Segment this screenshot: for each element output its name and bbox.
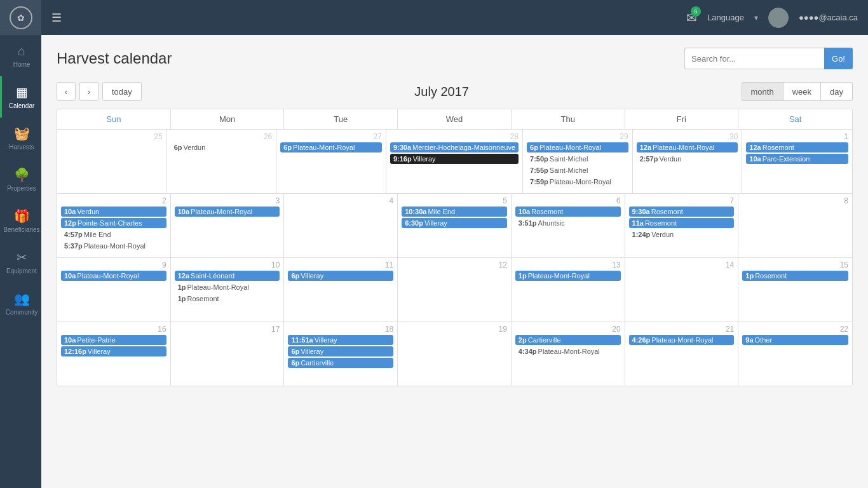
calendar-event[interactable]: 9:16pVilleray (390, 154, 519, 164)
day-28[interactable]: 289:30aMercier-Hochelaga-Maisonneuve9:16… (386, 130, 523, 193)
day-11[interactable]: 116pVilleray (284, 258, 398, 322)
calendar-event[interactable]: 10aParc-Extension (746, 154, 848, 164)
calendar-event[interactable]: 6pVerdun (171, 142, 273, 152)
view-month-button[interactable]: month (742, 82, 783, 101)
calendar-event[interactable]: 10aRosemont (515, 207, 621, 217)
day-21[interactable]: 214:26pPlateau-Mont-Royal (625, 322, 739, 386)
calendar-event[interactable]: 12aPlateau-Mont-Royal (637, 142, 738, 152)
calendar-event[interactable]: 6pVilleray (288, 271, 393, 281)
sidebar-item-home[interactable]: ⌂Home (0, 35, 41, 76)
view-week-button[interactable]: week (783, 82, 821, 101)
calendar-event[interactable]: 6pCartierville (288, 358, 393, 368)
day-13[interactable]: 131pPlateau-Mont-Royal (512, 258, 625, 322)
sidebar-label-beneficiaries: Beneficiaries (3, 226, 39, 233)
calendar-event[interactable]: 9aOther (742, 335, 848, 345)
day-14[interactable]: 14 (625, 258, 739, 322)
sidebar-item-community[interactable]: 👥Community (0, 283, 41, 324)
day-16[interactable]: 1610aPetite-Patrie12:16pVilleray (57, 322, 171, 386)
sidebar-item-beneficiaries[interactable]: 🎁Beneficiaries (0, 200, 41, 241)
calendar-event[interactable]: 12aSaint-Léonard (175, 271, 280, 281)
view-day-button[interactable]: day (820, 82, 853, 101)
calendar-event[interactable]: 4:34pPlateau-Mont-Royal (515, 346, 621, 356)
day-5[interactable]: 510:30aMile End6:30pVilleray (398, 194, 512, 257)
calendar-event[interactable]: 10aPetite-Patrie (61, 335, 166, 345)
day-20[interactable]: 202pCartierville4:34pPlateau-Mont-Royal (512, 322, 625, 386)
app-logo[interactable]: ✿ (0, 0, 41, 35)
calendar-event[interactable]: 7:55pSaint-Michel (527, 165, 628, 175)
calendar-event[interactable]: 1pRosemont (742, 271, 848, 281)
next-button[interactable]: › (79, 82, 98, 101)
search-input[interactable] (684, 48, 824, 69)
day-22[interactable]: 229aOther (738, 322, 852, 386)
day-6[interactable]: 610aRosemont3:51pAhuntsic (512, 194, 625, 257)
event-time: 5:37p (64, 242, 83, 250)
sidebar-item-properties[interactable]: 🌳Properties (0, 159, 41, 200)
day-25[interactable]: 25 (57, 130, 167, 193)
day-number: 7 (629, 196, 735, 205)
day-27[interactable]: 276pPlateau-Mont-Royal (276, 130, 386, 193)
sidebar-item-calendar[interactable]: ▦Calendar (0, 76, 41, 118)
day-7[interactable]: 79:30aRosemont11aRosemont1:24pVerdun (625, 194, 739, 257)
calendar-event[interactable]: 1pPlateau-Mont-Royal (175, 282, 280, 292)
header-fri: Fri (625, 109, 739, 129)
calendar-nav: ‹ › today (57, 82, 142, 101)
day-26[interactable]: 266pVerdun (167, 130, 277, 193)
search-button[interactable]: Go! (824, 48, 853, 69)
today-button[interactable]: today (102, 82, 142, 101)
calendar-event[interactable]: 2:57pVerdun (637, 154, 738, 164)
calendar-event[interactable]: 2pCartierville (515, 335, 621, 345)
day-3[interactable]: 310aPlateau-Mont-Royal (171, 194, 285, 257)
calendar-event[interactable]: 1:24pVerdun (629, 229, 735, 240)
day-30[interactable]: 3012aPlateau-Mont-Royal2:57pVerdun (633, 130, 743, 193)
event-time: 1p (745, 272, 754, 280)
day-number: 14 (629, 261, 735, 269)
day-17[interactable]: 17 (171, 322, 285, 386)
community-icon: 👥 (14, 291, 30, 306)
day-2[interactable]: 210aVerdun12pPointe-Saint-Charles4:57pMi… (57, 194, 171, 257)
day-19[interactable]: 19 (398, 322, 512, 386)
calendar-event[interactable]: 7:59pPlateau-Mont-Royal (527, 177, 628, 187)
calendar-event[interactable]: 4:26pPlateau-Mont-Royal (629, 335, 735, 345)
day-12[interactable]: 12 (398, 258, 512, 322)
day-number: 11 (288, 261, 393, 269)
calendar-event[interactable]: 10aVerdun (61, 207, 166, 217)
event-time: 10a (64, 208, 76, 215)
calendar-event[interactable]: 6pVilleray (288, 346, 393, 356)
event-label: Saint-Michel (550, 166, 588, 174)
page-title: Harvest calendar (57, 50, 172, 67)
day-15[interactable]: 151pRosemont (738, 258, 852, 322)
day-29[interactable]: 296pPlateau-Mont-Royal7:50pSaint-Michel7… (523, 130, 633, 193)
calendar-event[interactable]: 11:51aVilleray (288, 335, 393, 345)
day-10[interactable]: 1012aSaint-Léonard1pPlateau-Mont-Royal1p… (171, 258, 285, 322)
calendar-event[interactable]: 12pPointe-Saint-Charles (61, 218, 166, 228)
sidebar-item-equipment[interactable]: ✂Equipment (0, 241, 41, 283)
calendar-event[interactable]: 12:16pVilleray (61, 346, 166, 356)
menu-icon[interactable]: ☰ (51, 11, 62, 25)
language-button[interactable]: Language (707, 13, 744, 22)
calendar-event[interactable]: 10aPlateau-Mont-Royal (175, 207, 280, 217)
calendar-event[interactable]: 6pPlateau-Mont-Royal (280, 142, 382, 152)
calendar-event[interactable]: 9:30aRosemont (629, 207, 735, 217)
calendar-event[interactable]: 7:50pSaint-Michel (527, 154, 628, 164)
calendar-event[interactable]: 11aRosemont (629, 218, 735, 228)
day-8[interactable]: 8 (738, 194, 852, 257)
calendar-event[interactable]: 6:30pVilleray (402, 218, 507, 228)
notifications-icon[interactable]: ✉ 6 (686, 10, 697, 25)
calendar-event[interactable]: 10aPlateau-Mont-Royal (61, 271, 166, 281)
calendar-event[interactable]: 1pPlateau-Mont-Royal (515, 271, 621, 281)
day-1[interactable]: 112aRosemont10aParc-Extension (742, 130, 852, 193)
day-9[interactable]: 910aPlateau-Mont-Royal (57, 258, 171, 322)
prev-button[interactable]: ‹ (57, 82, 76, 101)
calendar-event[interactable]: 12aRosemont (746, 142, 848, 152)
calendar-event[interactable]: 6pPlateau-Mont-Royal (527, 142, 628, 152)
calendar-event[interactable]: 4:57pMile End (61, 229, 166, 240)
day-18[interactable]: 1811:51aVilleray6pVilleray6pCartierville (284, 322, 398, 386)
avatar[interactable] (768, 8, 789, 28)
calendar-event[interactable]: 5:37pPlateau-Mont-Royal (61, 241, 166, 251)
calendar-event[interactable]: 1pRosemont (175, 294, 280, 304)
calendar-event[interactable]: 9:30aMercier-Hochelaga-Maisonneuve (390, 142, 519, 152)
sidebar-item-harvests[interactable]: 🧺Harvests (0, 118, 41, 159)
calendar-event[interactable]: 3:51pAhuntsic (515, 218, 621, 228)
calendar-event[interactable]: 10:30aMile End (402, 207, 507, 217)
day-4[interactable]: 4 (284, 194, 398, 257)
